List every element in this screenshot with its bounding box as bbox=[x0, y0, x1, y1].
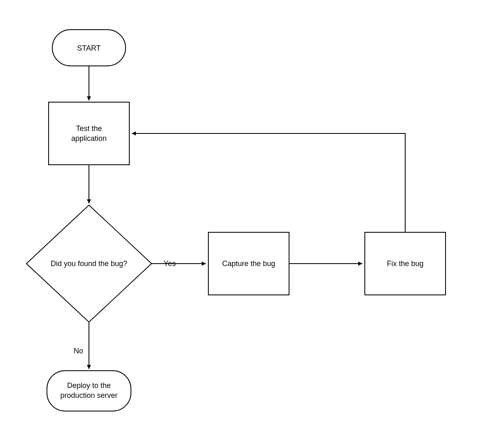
node-deploy-line1: Deploy to the bbox=[67, 381, 111, 390]
edge-yes-label: Yes bbox=[163, 259, 175, 268]
node-deploy: Deploy to the production server bbox=[47, 371, 131, 411]
node-start: START bbox=[52, 30, 126, 66]
node-start-label: START bbox=[77, 44, 100, 52]
node-fix-label: Fix the bug bbox=[387, 259, 423, 268]
node-test: Test the application bbox=[49, 102, 129, 165]
node-test-line2: application bbox=[71, 134, 107, 143]
node-capture-label: Capture the bug bbox=[222, 259, 275, 268]
edge-decision-to-deploy: No bbox=[74, 322, 89, 369]
svg-rect-2 bbox=[49, 102, 129, 165]
node-deploy-line2: production server bbox=[60, 391, 117, 400]
node-decision-label: Did you found the bug? bbox=[51, 259, 127, 268]
edge-fix-to-test bbox=[132, 133, 405, 232]
flowchart-canvas: START Test the application Did you found… bbox=[0, 0, 504, 444]
edge-decision-to-capture: Yes bbox=[152, 259, 206, 268]
node-decision: Did you found the bug? bbox=[26, 205, 152, 322]
node-test-line1: Test the bbox=[76, 124, 102, 133]
svg-rect-10 bbox=[47, 371, 131, 411]
node-fix: Fix the bug bbox=[365, 232, 446, 295]
edge-no-label: No bbox=[74, 347, 83, 355]
node-capture: Capture the bug bbox=[208, 232, 289, 295]
